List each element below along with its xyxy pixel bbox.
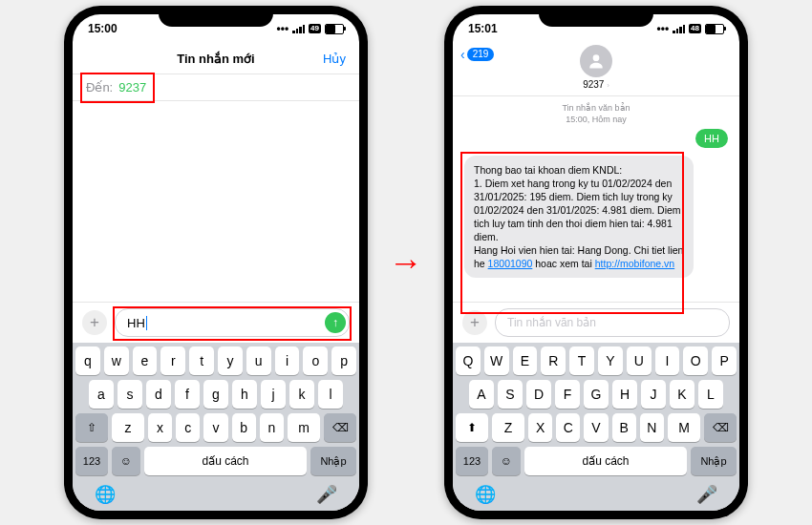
message-body-empty bbox=[73, 101, 359, 302]
key-j[interactable]: J bbox=[641, 380, 666, 409]
key-i[interactable]: i bbox=[275, 346, 300, 375]
key-o[interactable]: o bbox=[303, 346, 328, 375]
received-message-row: Thong bao tai khoan diem KNDL: 1. Diem x… bbox=[453, 152, 739, 282]
to-recipient: 9237 bbox=[118, 80, 146, 94]
shift-key[interactable]: ⇧ bbox=[75, 413, 108, 442]
url-link[interactable]: http://mobifone.vn bbox=[595, 258, 674, 269]
mic-icon[interactable]: 🎤 bbox=[696, 484, 717, 505]
key-b[interactable]: B bbox=[612, 413, 636, 442]
received-bubble[interactable]: Thong bao tai khoan diem KNDL: 1. Diem x… bbox=[464, 156, 694, 278]
message-input[interactable]: Tin nhắn văn bản bbox=[495, 308, 730, 337]
key-m[interactable]: M bbox=[668, 413, 700, 442]
key-o[interactable]: O bbox=[683, 346, 708, 375]
conversation-header: ‹ 219 9237 › bbox=[453, 43, 739, 96]
to-label: Đến: bbox=[86, 80, 113, 94]
signal-icon bbox=[292, 25, 305, 33]
key-n[interactable]: N bbox=[640, 413, 664, 442]
chevron-right-icon: › bbox=[607, 81, 609, 90]
key-k[interactable]: K bbox=[670, 380, 694, 409]
enter-key[interactable]: Nhập bbox=[310, 447, 356, 475]
spacer bbox=[453, 282, 739, 302]
to-field[interactable]: Đến: 9237 bbox=[73, 74, 359, 101]
cancel-button[interactable]: Hủy bbox=[323, 52, 346, 66]
key-r[interactable]: r bbox=[160, 346, 185, 375]
key-w[interactable]: w bbox=[104, 346, 129, 375]
chevron-left-icon: ‹ bbox=[460, 47, 465, 62]
key-x[interactable]: X bbox=[528, 413, 552, 442]
mic-icon[interactable]: 🎤 bbox=[316, 484, 337, 505]
key-l[interactable]: L bbox=[698, 380, 723, 409]
key-d[interactable]: d bbox=[146, 380, 171, 409]
emoji-key[interactable]: ☺ bbox=[112, 447, 140, 475]
dots-icon: ••• bbox=[276, 22, 288, 35]
battery-icon bbox=[325, 24, 344, 34]
key-a[interactable]: a bbox=[89, 380, 114, 409]
key-j[interactable]: j bbox=[261, 380, 286, 409]
key-y[interactable]: y bbox=[218, 346, 243, 375]
contact-name[interactable]: 9237 › bbox=[583, 79, 609, 90]
key-h[interactable]: h bbox=[232, 380, 257, 409]
key-a[interactable]: A bbox=[469, 380, 494, 409]
keyboard: qwertyuiop asdfghjkl ⇧ zxcvbnm ⌫ 123 ☺ d… bbox=[73, 343, 359, 511]
key-i[interactable]: I bbox=[655, 346, 680, 375]
key-v[interactable]: v bbox=[203, 413, 227, 442]
delete-key[interactable]: ⌫ bbox=[704, 413, 737, 442]
add-attachment-button[interactable]: + bbox=[462, 310, 487, 335]
sent-bubble[interactable]: HH bbox=[695, 129, 728, 148]
key-s[interactable]: s bbox=[118, 380, 142, 409]
key-u[interactable]: U bbox=[627, 346, 652, 375]
status-time: 15:00 bbox=[88, 22, 118, 35]
key-k[interactable]: k bbox=[289, 380, 314, 409]
key-h[interactable]: H bbox=[612, 380, 637, 409]
key-t[interactable]: T bbox=[569, 346, 594, 375]
enter-key[interactable]: Nhập bbox=[691, 447, 737, 475]
key-f[interactable]: f bbox=[175, 380, 200, 409]
key-f[interactable]: F bbox=[555, 380, 580, 409]
send-button[interactable]: ↑ bbox=[325, 312, 346, 333]
key-y[interactable]: Y bbox=[598, 346, 623, 375]
key-c[interactable]: c bbox=[176, 413, 200, 442]
key-b[interactable]: b bbox=[232, 413, 256, 442]
numbers-key[interactable]: 123 bbox=[456, 447, 488, 475]
shift-key[interactable]: ⬆ bbox=[456, 413, 488, 442]
key-p[interactable]: P bbox=[712, 346, 737, 375]
add-attachment-button[interactable]: + bbox=[82, 310, 107, 335]
key-e[interactable]: e bbox=[133, 346, 158, 375]
key-t[interactable]: t bbox=[189, 346, 214, 375]
key-v[interactable]: V bbox=[584, 413, 608, 442]
key-e[interactable]: E bbox=[513, 346, 538, 375]
key-d[interactable]: D bbox=[526, 380, 551, 409]
key-g[interactable]: G bbox=[584, 380, 609, 409]
key-u[interactable]: u bbox=[246, 346, 271, 375]
globe-icon[interactable]: 🌐 bbox=[95, 484, 116, 505]
key-s[interactable]: S bbox=[498, 380, 523, 409]
key-q[interactable]: Q bbox=[456, 346, 481, 375]
keyboard-footer: 🌐 🎤 bbox=[75, 480, 356, 505]
sim-indicator: 49 bbox=[309, 24, 321, 33]
message-input[interactable]: HH ↑ bbox=[115, 308, 350, 337]
key-g[interactable]: g bbox=[203, 380, 228, 409]
phone-link[interactable]: 18001090 bbox=[488, 258, 533, 269]
key-q[interactable]: q bbox=[75, 346, 100, 375]
key-l[interactable]: l bbox=[318, 380, 343, 409]
key-z[interactable]: z bbox=[112, 413, 144, 442]
space-key[interactable]: dấu cách bbox=[524, 447, 687, 475]
key-row-3: ⇧ zxcvbnm ⌫ bbox=[75, 413, 356, 442]
chat-input-bar: + Tin nhắn văn bản bbox=[453, 302, 739, 343]
key-n[interactable]: n bbox=[260, 413, 284, 442]
avatar[interactable] bbox=[580, 45, 612, 77]
globe-icon[interactable]: 🌐 bbox=[475, 484, 496, 505]
key-z[interactable]: Z bbox=[492, 413, 524, 442]
back-button[interactable]: ‹ 219 bbox=[460, 47, 494, 62]
emoji-key[interactable]: ☺ bbox=[492, 447, 521, 475]
key-w[interactable]: W bbox=[484, 346, 509, 375]
key-p[interactable]: p bbox=[331, 346, 356, 375]
delete-key[interactable]: ⌫ bbox=[324, 413, 356, 442]
key-c[interactable]: C bbox=[556, 413, 580, 442]
space-key[interactable]: dấu cách bbox=[144, 447, 307, 475]
key-r[interactable]: R bbox=[541, 346, 566, 375]
key-row-4: 123 ☺ dấu cách Nhập bbox=[456, 447, 737, 475]
key-m[interactable]: m bbox=[288, 413, 320, 442]
numbers-key[interactable]: 123 bbox=[75, 447, 108, 475]
key-x[interactable]: x bbox=[148, 413, 172, 442]
